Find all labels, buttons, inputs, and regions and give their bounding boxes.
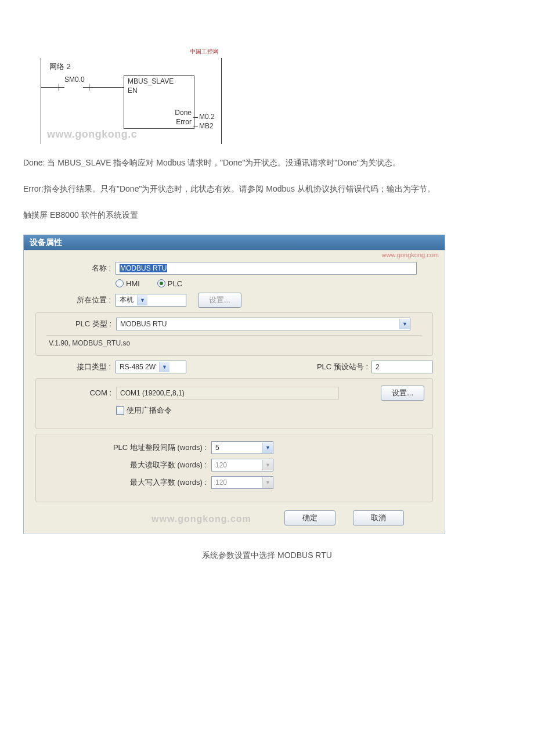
ladder-diagram: 中国工控网 网络 2 SM0.0 MBUS_SLAVE EN Done Erro… bbox=[41, 58, 222, 144]
station-input[interactable]: 2 bbox=[371, 361, 433, 373]
addr-gap-label: PLC 地址整段间隔 (words) : bbox=[44, 442, 211, 453]
plctype-label: PLC 类型 : bbox=[44, 319, 116, 329]
chevron-down-icon: ▼ bbox=[262, 460, 273, 470]
max-read-label: 最大读取字数 (words) : bbox=[44, 460, 211, 470]
dialog-watermark-top: www.gongkong.com bbox=[382, 251, 439, 258]
plctype-select[interactable]: MODBUS RTU▼ bbox=[116, 318, 410, 330]
location-settings-button[interactable]: 设置... bbox=[198, 293, 241, 308]
block-en-pin: EN bbox=[124, 87, 194, 95]
paragraph-error: Error:指令执行结果。只有"Done"为开状态时，此状态有效。请参阅 Mod… bbox=[23, 182, 511, 196]
block-error-pin: Error bbox=[176, 118, 192, 126]
watermark-top: 中国工控网 bbox=[190, 48, 219, 56]
paragraph-eb8000: 触摸屏 EB8000 软件的系统设置 bbox=[23, 208, 511, 222]
iftype-label: 接口类型 : bbox=[35, 362, 116, 372]
max-write-label: 最大写入字数 (words) : bbox=[44, 477, 211, 488]
cancel-button[interactable]: 取消 bbox=[353, 510, 404, 525]
max-read-select: 120▼ bbox=[211, 459, 273, 471]
com-label: COM : bbox=[44, 388, 116, 397]
chevron-down-icon: ▼ bbox=[262, 442, 273, 453]
watermark-main: www.gongkong.c bbox=[47, 128, 137, 141]
plctype-version: V.1.90, MODBUS_RTU.so bbox=[46, 335, 422, 347]
ok-button[interactable]: 确定 bbox=[284, 510, 335, 525]
paragraph-done: Done: 当 MBUS_SLAVE 指令响应对 Modbus 请求时，"Don… bbox=[23, 156, 511, 170]
block-done-pin: Done bbox=[175, 109, 192, 117]
location-label: 所在位置 : bbox=[35, 295, 116, 305]
error-var: MB2 bbox=[199, 122, 214, 130]
name-label: 名称 : bbox=[35, 263, 116, 273]
dialog-title: 设备属性 bbox=[24, 235, 445, 250]
radio-hmi[interactable]: HMI bbox=[116, 279, 140, 288]
com-display: COM1 (19200,E,8,1) bbox=[116, 387, 339, 399]
addr-gap-select[interactable]: 5▼ bbox=[211, 441, 273, 454]
chevron-down-icon: ▼ bbox=[159, 362, 169, 372]
station-label: PLC 预设站号 : bbox=[317, 362, 371, 372]
figure-caption: 系统参数设置中选择 MODBUS RTU bbox=[23, 550, 511, 561]
device-properties-dialog: 设备属性 www.gongkong.com www.bdocx.com www.… bbox=[23, 235, 445, 534]
radio-plc[interactable]: PLC bbox=[157, 279, 182, 288]
location-select[interactable]: 本机▼ bbox=[116, 294, 186, 307]
block-title: MBUS_SLAVE bbox=[124, 76, 194, 87]
network-label: 网络 2 bbox=[41, 58, 221, 73]
name-input[interactable]: MODBUS RTU bbox=[116, 262, 417, 275]
max-write-select: 120▼ bbox=[211, 476, 273, 489]
chevron-down-icon: ▼ bbox=[137, 295, 147, 305]
chevron-down-icon: ▼ bbox=[262, 477, 273, 488]
com-settings-button[interactable]: 设置... bbox=[381, 386, 424, 401]
contact-label: SM0.0 bbox=[64, 75, 85, 84]
done-var: M0.2 bbox=[199, 113, 215, 121]
chevron-down-icon: ▼ bbox=[399, 319, 410, 329]
broadcast-checkbox[interactable]: 使用广播命令 bbox=[116, 405, 172, 416]
iftype-select[interactable]: RS-485 2W▼ bbox=[116, 361, 186, 373]
